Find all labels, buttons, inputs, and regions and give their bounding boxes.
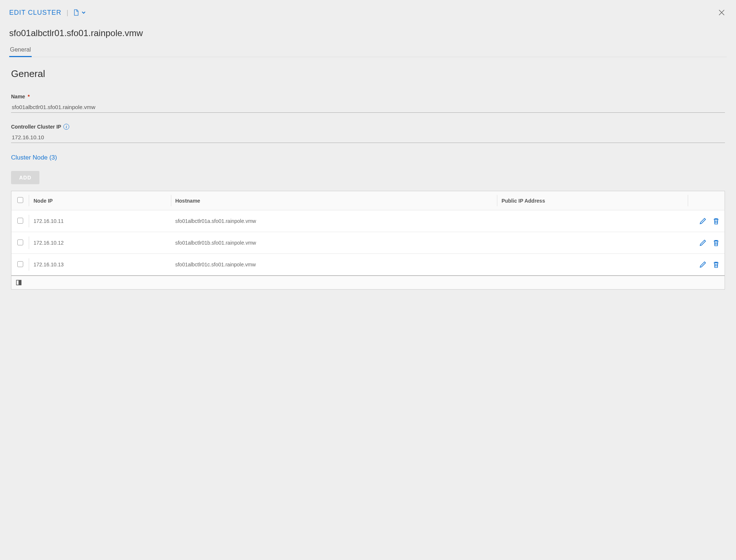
cluster-ip-label: Controller Cluster IP i [11, 124, 725, 130]
column-picker-button[interactable] [16, 280, 720, 286]
row-checkbox[interactable] [17, 239, 23, 245]
pencil-icon [699, 239, 707, 247]
edit-button[interactable] [699, 260, 707, 269]
content: General Name* Controller Cluster IP i Cl… [0, 57, 736, 301]
name-label: Name* [11, 94, 725, 99]
header: EDIT CLUSTER | [0, 0, 736, 57]
table-row: 172.16.10.11 sfo01albctlr01a.sfo01.rainp… [11, 210, 725, 232]
cell-hostname: sfo01albctlr01b.sfo01.rainpole.vmw [171, 232, 497, 254]
col-node-ip[interactable]: Node IP [29, 191, 171, 210]
cell-public-ip [497, 254, 688, 276]
chevron-down-icon [81, 10, 86, 15]
col-actions [688, 191, 725, 210]
info-icon[interactable]: i [63, 124, 69, 130]
trash-icon [712, 260, 720, 269]
table-header-row: Node IP Hostname Public IP Address [11, 191, 725, 210]
name-input[interactable] [11, 102, 725, 113]
close-button[interactable] [716, 7, 727, 18]
trash-icon [712, 239, 720, 247]
breadcrumb-row: EDIT CLUSTER | [9, 7, 727, 18]
table-row: 172.16.10.12 sfo01albctlr01b.sfo01.rainp… [11, 232, 725, 254]
name-label-text: Name [11, 94, 25, 99]
cell-node-ip: 172.16.10.11 [29, 210, 171, 232]
select-all-checkbox[interactable] [17, 197, 23, 203]
breadcrumb-separator: | [67, 9, 69, 17]
add-button[interactable]: ADD [11, 171, 39, 184]
table-footer [11, 275, 725, 289]
pencil-icon [699, 217, 707, 225]
cell-hostname: sfo01albctlr01a.sfo01.rainpole.vmw [171, 210, 497, 232]
cluster-node-header: Cluster Node (3) [11, 154, 725, 161]
field-name: Name* [11, 94, 725, 113]
cell-node-ip: 172.16.10.12 [29, 232, 171, 254]
breadcrumb-left: EDIT CLUSTER | [9, 9, 86, 17]
delete-button[interactable] [712, 260, 720, 269]
document-icon [73, 9, 79, 16]
cluster-ip-input[interactable] [11, 132, 725, 143]
columns-icon [16, 280, 720, 286]
pencil-icon [699, 260, 707, 269]
nodes-table-wrapper: Node IP Hostname Public IP Address 172.1… [11, 191, 725, 290]
col-hostname[interactable]: Hostname [171, 191, 497, 210]
section-title: General [11, 68, 725, 80]
cell-hostname: sfo01albctlr01c.sfo01.rainpole.vmw [171, 254, 497, 276]
row-checkbox[interactable] [17, 218, 23, 224]
tab-general[interactable]: General [9, 43, 32, 57]
required-indicator: * [28, 94, 29, 99]
page-title: sfo01albctlr01.sfo01.rainpole.vmw [9, 28, 727, 38]
breadcrumb-title: EDIT CLUSTER [9, 9, 62, 17]
row-checkbox[interactable] [17, 261, 23, 267]
field-cluster-ip: Controller Cluster IP i [11, 124, 725, 143]
trash-icon [712, 217, 720, 225]
delete-button[interactable] [712, 217, 720, 225]
delete-button[interactable] [712, 239, 720, 247]
edit-button[interactable] [699, 217, 707, 225]
tabs: General [9, 43, 727, 57]
header-checkbox-cell [11, 191, 29, 210]
edit-button[interactable] [699, 239, 707, 247]
col-public-ip[interactable]: Public IP Address [497, 191, 688, 210]
document-dropdown[interactable] [73, 9, 86, 16]
nodes-table: Node IP Hostname Public IP Address 172.1… [11, 191, 725, 275]
cluster-ip-label-text: Controller Cluster IP [11, 124, 61, 130]
close-icon [718, 9, 725, 16]
cell-public-ip [497, 232, 688, 254]
cell-node-ip: 172.16.10.13 [29, 254, 171, 276]
table-row: 172.16.10.13 sfo01albctlr01c.sfo01.rainp… [11, 254, 725, 276]
svg-rect-2 [19, 280, 21, 285]
cell-public-ip [497, 210, 688, 232]
